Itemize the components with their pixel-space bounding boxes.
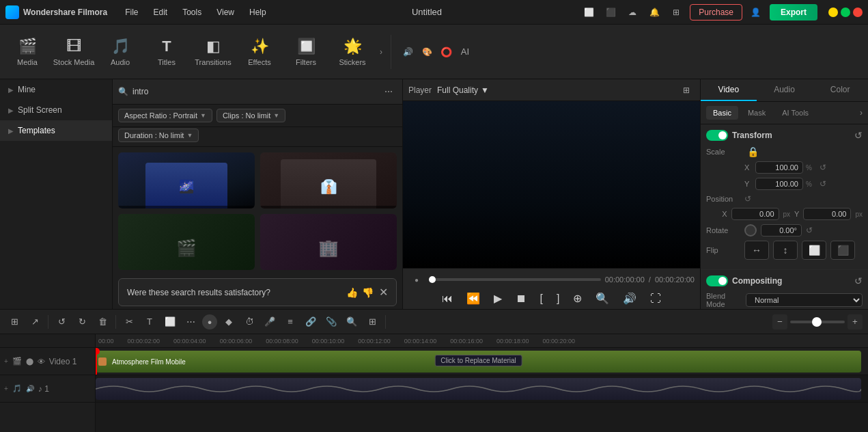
- subtab-ai-tools[interactable]: AI Tools: [775, 106, 815, 120]
- clip-replace-indicator[interactable]: Click to Replace Material: [434, 355, 522, 366]
- play-button[interactable]: ▶: [490, 291, 506, 306]
- tab-video[interactable]: Video: [701, 79, 757, 101]
- skip-back-button[interactable]: ⏮: [438, 291, 457, 306]
- audio-tool-icon[interactable]: 🔊: [400, 44, 416, 60]
- search-input[interactable]: [132, 87, 376, 96]
- color-tool-icon[interactable]: 🎨: [419, 44, 435, 60]
- tl-select-button[interactable]: ↗: [26, 313, 44, 331]
- mask-tool-icon[interactable]: ⭕: [438, 44, 454, 60]
- player-settings-icon[interactable]: ⊞: [678, 82, 695, 98]
- stop-button[interactable]: ⏹: [512, 291, 531, 306]
- tl-zoom-minus-button[interactable]: 🔍: [343, 313, 361, 331]
- flip-vertical-button[interactable]: ↕: [773, 241, 798, 260]
- tab-audio[interactable]: Audio: [757, 79, 813, 101]
- tl-audio-adjust-button[interactable]: ≡: [281, 313, 299, 331]
- tool-transitions[interactable]: ◧ Transitions: [191, 28, 235, 76]
- zoom-in-tl-button[interactable]: +: [848, 314, 863, 329]
- maximize-button[interactable]: [841, 8, 850, 17]
- position-reset-icon[interactable]: ↺: [744, 194, 751, 204]
- menu-tools[interactable]: Tools: [176, 5, 208, 20]
- menu-help[interactable]: Help: [242, 5, 273, 20]
- scale-x-reset-icon[interactable]: ↺: [820, 163, 826, 172]
- tl-keyframe-button[interactable]: ◆: [220, 313, 238, 331]
- tl-add-track-button[interactable]: ⊞: [5, 313, 23, 331]
- purchase-button[interactable]: Purchase: [690, 4, 742, 21]
- clips-filter[interactable]: Clips : No limit ▼: [216, 109, 285, 122]
- tool-audio[interactable]: 🎵 Audio: [98, 28, 142, 76]
- template-card-2[interactable]: 👔 00:05 ⬇ Real Estate Agency Int...: [260, 152, 397, 208]
- scale-y-reset-icon[interactable]: ↺: [820, 179, 826, 189]
- sidebar-item-split-screen[interactable]: ▶ Split Screen: [0, 100, 112, 120]
- pos-x-input[interactable]: [731, 208, 779, 220]
- flip-horizontal-button[interactable]: ↔: [744, 241, 769, 260]
- feedback-close-button[interactable]: ✕: [379, 286, 388, 299]
- subtab-basic[interactable]: Basic: [706, 106, 738, 120]
- tab-color[interactable]: Color: [812, 79, 868, 101]
- tl-more-button[interactable]: ⋯: [182, 313, 199, 331]
- sidebar-item-templates[interactable]: ▶ Templates: [0, 120, 112, 141]
- tl-delete-button[interactable]: 🗑: [94, 313, 111, 331]
- tl-link-button[interactable]: 🔗: [302, 313, 320, 331]
- sidebar-item-mine[interactable]: ▶ Mine: [0, 79, 112, 100]
- subtab-more-icon[interactable]: ›: [860, 108, 863, 118]
- flip-btn-4[interactable]: ⬛: [830, 241, 855, 260]
- timeline-playhead[interactable]: [96, 348, 97, 375]
- scale-x-input[interactable]: [755, 161, 803, 174]
- user-icon[interactable]: 👤: [748, 4, 764, 21]
- tool-effects[interactable]: ✨ Effects: [238, 28, 281, 76]
- fullscreen-button[interactable]: ⛶: [646, 291, 665, 306]
- aspect-ratio-filter[interactable]: Aspect Ratio : Portrait ▼: [118, 109, 212, 122]
- template-card-1[interactable]: 🌌 00:20 ⬇ Atmosphere Film Mo...: [118, 152, 255, 208]
- ai-tools-icon[interactable]: AI: [457, 44, 473, 60]
- tl-video-link-button[interactable]: 📎: [322, 313, 340, 331]
- mark-in-button[interactable]: [: [536, 291, 547, 306]
- progress-track[interactable]: [429, 278, 601, 281]
- rotate-dial[interactable]: [744, 224, 757, 237]
- cloud-icon[interactable]: ☁: [624, 4, 641, 21]
- zoom-handle[interactable]: [812, 317, 822, 327]
- zoom-out-button[interactable]: −: [772, 314, 787, 329]
- tl-redo-button[interactable]: ↻: [73, 313, 91, 331]
- tool-stickers[interactable]: 🌟 Stickers: [331, 28, 374, 76]
- split-icon[interactable]: ⬛: [602, 4, 619, 21]
- menu-view[interactable]: View: [210, 5, 241, 20]
- zoom-in-button[interactable]: 🔍: [591, 291, 613, 306]
- flip-btn-3[interactable]: ⬜: [802, 241, 826, 260]
- minimize-button[interactable]: [828, 8, 838, 17]
- track-add-icon[interactable]: +: [4, 357, 8, 365]
- template-card-4[interactable]: 🏢 Template 4: [260, 214, 397, 270]
- player-quality-selector[interactable]: Full Quality ▼: [437, 85, 489, 95]
- pos-y-input[interactable]: [803, 208, 851, 220]
- blend-mode-select[interactable]: Normal Multiply Screen: [746, 293, 863, 307]
- step-back-button[interactable]: ⏪: [462, 291, 484, 306]
- tl-grid-button[interactable]: ⊞: [363, 313, 381, 331]
- screen-icon[interactable]: ⬜: [580, 4, 597, 21]
- audio-clip[interactable]: [96, 378, 861, 400]
- rotate-reset-icon[interactable]: ↺: [806, 226, 813, 235]
- video-clip[interactable]: Atmosphere Film Mobile Click to Replace …: [96, 351, 861, 373]
- scale-y-input[interactable]: [755, 178, 803, 190]
- tool-titles[interactable]: T Titles: [145, 28, 188, 76]
- audio-track[interactable]: [96, 375, 868, 403]
- video-track[interactable]: Atmosphere Film Mobile Click to Replace …: [96, 348, 868, 375]
- tool-filters[interactable]: 🔲 Filters: [284, 28, 328, 76]
- thumbs-up-button[interactable]: 👍: [346, 287, 358, 298]
- tl-speed-button[interactable]: ⏱: [240, 313, 258, 331]
- bell-icon[interactable]: 🔔: [646, 4, 662, 21]
- scale-lock-icon[interactable]: 🔒: [747, 146, 759, 157]
- export-button[interactable]: Export: [770, 4, 817, 21]
- audio-button[interactable]: 🔊: [619, 291, 641, 306]
- transform-reset-icon[interactable]: ↺: [854, 130, 863, 141]
- toolbar-expand[interactable]: ›: [377, 44, 385, 59]
- menu-file[interactable]: File: [118, 5, 145, 20]
- tl-crop-button[interactable]: ⬜: [161, 313, 179, 331]
- tl-undo-button[interactable]: ↺: [53, 313, 70, 331]
- rotate-input[interactable]: [761, 224, 802, 237]
- audio-track-add-icon[interactable]: +: [4, 385, 8, 392]
- subtab-mask[interactable]: Mask: [741, 106, 772, 120]
- zoom-slider[interactable]: [790, 321, 845, 323]
- template-card-3[interactable]: 🎬 Template 3: [118, 214, 255, 270]
- close-button[interactable]: [853, 8, 863, 17]
- duration-filter[interactable]: Duration : No limit ▼: [118, 129, 199, 142]
- transform-toggle[interactable]: [706, 130, 728, 141]
